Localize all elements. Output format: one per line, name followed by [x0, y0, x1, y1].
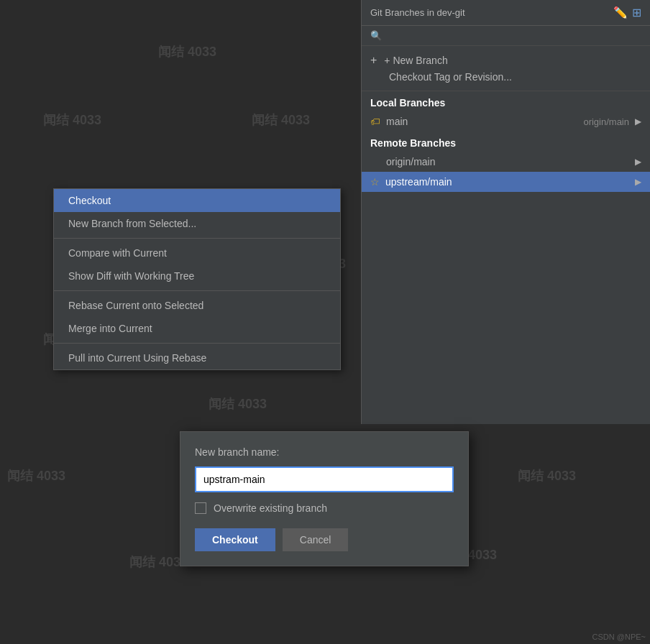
new-branch-label: + New Branch [384, 55, 447, 66]
menu-item-pull-rebase[interactable]: Pull into Current Using Rebase [54, 346, 340, 369]
git-panel-header-actions: ✏️ ⊞ [613, 6, 641, 19]
git-panel-actions-row: + + New Branch Checkout Tag or Revision.… [362, 46, 650, 91]
overwrite-checkbox[interactable] [195, 502, 206, 514]
menu-item-compare[interactable]: Compare with Current [54, 242, 340, 264]
edit-icon[interactable]: ✏️ [613, 6, 628, 19]
git-search-bar: 🔍 [362, 26, 650, 46]
watermark-9: 闻结 4033 [129, 553, 188, 571]
menu-item-show-diff[interactable]: Show Diff with Working Tree [54, 264, 340, 288]
watermark-7: 闻结 4033 [209, 395, 267, 413]
menu-item-new-branch[interactable]: New Branch from Selected... [54, 212, 340, 235]
search-icon: 🔍 [370, 30, 382, 41]
watermark-8: 闻结 4033 [7, 467, 65, 484]
branch-main[interactable]: 🏷 main origin/main ▶ [362, 111, 650, 132]
branch-origin-chevron: ▶ [635, 157, 641, 167]
git-branches-panel: Git Branches in dev-git ✏️ ⊞ 🔍 + + New B… [361, 0, 650, 424]
branch-main-chevron: ▶ [635, 116, 641, 126]
branch-upstream-chevron: ▶ [635, 177, 641, 187]
separator-2 [54, 290, 340, 291]
context-menu: Checkout New Branch from Selected... Com… [53, 188, 341, 370]
checkout-tag-label: Checkout Tag or Revision... [389, 71, 512, 83]
branch-origin-main[interactable]: origin/main ▶ [362, 152, 650, 172]
watermark-10: 闻结 4033 [518, 467, 576, 484]
overwrite-checkbox-row: Overwrite existing branch [195, 502, 454, 514]
watermark-1: 闻结 4033 [158, 43, 216, 60]
plus-icon: + [370, 54, 377, 67]
dialog-title: New branch name: [195, 446, 454, 458]
git-panel-header: Git Branches in dev-git ✏️ ⊞ [362, 0, 650, 26]
branch-origin-main-label: origin/main [386, 156, 435, 167]
menu-item-checkout[interactable]: Checkout [54, 189, 340, 212]
branch-upstream-main-label: upstream/main [385, 176, 452, 188]
branch-upstream-main[interactable]: ☆ upstream/main ▶ [362, 172, 650, 192]
watermark-2: 闻结 4033 [43, 111, 101, 129]
watermark-3: 闻结 4033 [252, 111, 310, 129]
new-branch-button[interactable]: + + New Branch [370, 52, 641, 69]
separator-3 [54, 343, 340, 344]
remote-branches-header: Remote Branches [362, 132, 650, 152]
menu-item-merge[interactable]: Merge into Current [54, 317, 340, 340]
search-input[interactable] [386, 30, 641, 41]
csdn-mark: CSDN @NPE~ [592, 632, 646, 641]
overwrite-label: Overwrite existing branch [214, 502, 327, 514]
branch-name-input[interactable] [195, 466, 454, 492]
settings-icon[interactable]: ⊞ [632, 6, 641, 19]
new-branch-dialog: New branch name: Overwrite existing bran… [180, 431, 469, 566]
dialog-buttons: Checkout Cancel [195, 528, 454, 551]
dialog-cancel-button[interactable]: Cancel [283, 528, 349, 551]
branch-main-remote: origin/main [583, 116, 629, 127]
git-panel-title: Git Branches in dev-git [370, 7, 465, 18]
menu-item-rebase[interactable]: Rebase Current onto Selected [54, 294, 340, 317]
star-icon: ☆ [370, 176, 380, 188]
separator-1 [54, 238, 340, 239]
dialog-checkout-button[interactable]: Checkout [195, 528, 275, 551]
local-branches-header: Local Branches [362, 91, 650, 111]
checkout-tag-button[interactable]: Checkout Tag or Revision... [370, 69, 641, 85]
branch-main-label: main [386, 116, 408, 127]
tag-icon: 🏷 [370, 116, 380, 127]
